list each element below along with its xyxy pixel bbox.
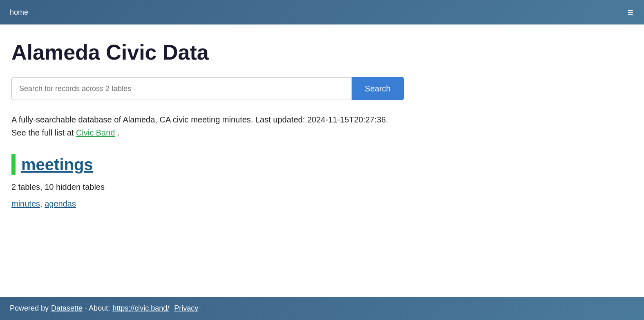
db-title-row: meetings: [11, 154, 633, 175]
agendas-link[interactable]: agendas: [45, 199, 76, 208]
description-end: .: [117, 128, 120, 137]
description-text: A fully-searchable database of Alameda, …: [11, 113, 461, 139]
db-tables: minutes, agendas: [11, 199, 633, 209]
db-meta: 2 tables, 10 hidden tables: [11, 182, 633, 192]
footer-separator: · About:: [85, 304, 110, 313]
powered-by-text: Powered by: [10, 304, 49, 313]
search-form: Search: [11, 77, 404, 100]
civic-band-link[interactable]: Civic Band: [76, 128, 115, 137]
page-title: Alameda Civic Data: [11, 41, 633, 64]
about-url-link[interactable]: https://civic.band/: [112, 304, 169, 313]
description-part1: A fully-searchable database of Alameda, …: [11, 115, 388, 124]
description-part2: See the full list at: [11, 128, 76, 137]
datasette-link[interactable]: Datasette: [51, 304, 83, 313]
hamburger-icon[interactable]: ≡: [627, 7, 634, 18]
privacy-link[interactable]: Privacy: [174, 304, 198, 313]
db-color-bar: [11, 154, 16, 175]
site-header: home ≡: [0, 0, 644, 24]
database-section: meetings 2 tables, 10 hidden tables minu…: [11, 154, 633, 209]
search-input[interactable]: [11, 77, 352, 100]
search-button[interactable]: Search: [352, 77, 404, 100]
site-footer: Powered by Datasette · About: https://ci…: [0, 297, 644, 320]
main-content: Alameda Civic Data Search A fully-search…: [0, 24, 644, 297]
minutes-link[interactable]: minutes: [11, 199, 40, 208]
database-title-link[interactable]: meetings: [21, 156, 93, 174]
home-link[interactable]: home: [10, 8, 28, 17]
